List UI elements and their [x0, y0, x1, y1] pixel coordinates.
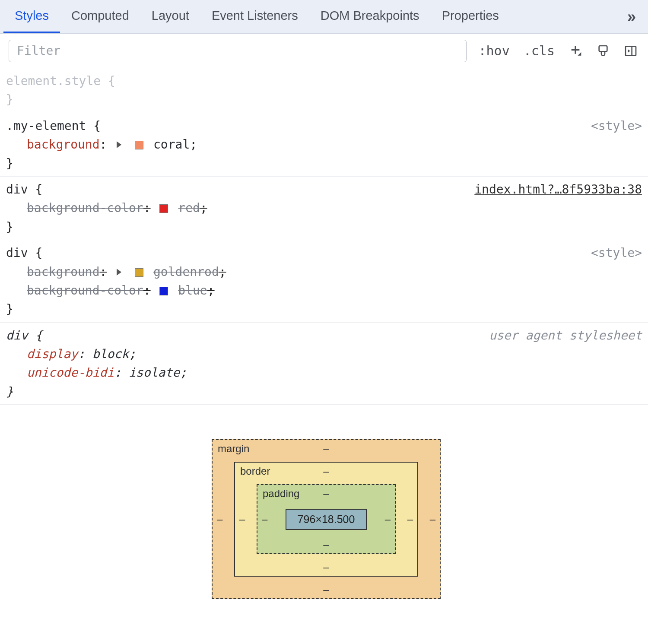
- rule-my-element[interactable]: <style> .my-element { background: coral;…: [0, 113, 648, 177]
- declaration[interactable]: background-color: red;: [6, 199, 642, 217]
- margin-right[interactable]: –: [430, 513, 435, 525]
- box-model-diagram: margin – – – – border – – – – padding – …: [0, 405, 648, 644]
- svg-marker-5: [628, 49, 630, 53]
- property-name: display: [27, 347, 78, 361]
- declaration[interactable]: background: coral;: [6, 135, 642, 154]
- hov-button[interactable]: :hov: [477, 43, 511, 58]
- margin-bottom[interactable]: –: [323, 584, 329, 596]
- rule-div-red[interactable]: index.html?…8f5933ba:38 div { background…: [0, 177, 648, 240]
- padding-label: padding: [263, 488, 299, 500]
- property-value[interactable]: coral: [153, 137, 190, 152]
- rule-selector[interactable]: element.style: [6, 74, 101, 88]
- padding-right[interactable]: –: [385, 513, 391, 525]
- property-name: unicode-bidi: [27, 365, 114, 380]
- box-model-border[interactable]: border – – – – padding – – – – 796×18.50…: [234, 462, 418, 577]
- property-name[interactable]: background-color: [27, 283, 143, 298]
- margin-top[interactable]: –: [323, 443, 329, 455]
- tab-properties[interactable]: Properties: [431, 0, 510, 33]
- style-rules: element.style { } <style> .my-element { …: [0, 68, 648, 405]
- rule-user-agent: user agent stylesheet div { display: blo…: [0, 323, 648, 405]
- border-label: border: [240, 465, 270, 477]
- rule-selector: div: [6, 328, 28, 343]
- color-swatch[interactable]: [159, 287, 168, 295]
- box-model-margin[interactable]: margin – – – – border – – – – padding – …: [212, 439, 441, 599]
- property-name[interactable]: background-color: [27, 201, 143, 215]
- property-name[interactable]: background: [27, 265, 100, 279]
- rule-div-goldenrod[interactable]: <style> div { background: goldenrod; bac…: [0, 240, 648, 323]
- rule-selector[interactable]: div: [6, 182, 28, 197]
- expand-shorthand-icon[interactable]: [117, 269, 121, 276]
- property-value: isolate: [129, 365, 180, 380]
- border-left[interactable]: –: [239, 513, 245, 525]
- tab-styles[interactable]: Styles: [3, 0, 60, 33]
- rule-element-style[interactable]: element.style { }: [0, 68, 648, 113]
- rule-source-link[interactable]: index.html?…8f5933ba:38: [474, 180, 642, 199]
- rule-selector[interactable]: div: [6, 246, 28, 260]
- box-model-padding[interactable]: padding – – – – 796×18.500: [257, 484, 396, 554]
- rule-source: user agent stylesheet: [489, 326, 642, 345]
- filter-input[interactable]: [9, 40, 467, 62]
- border-top[interactable]: –: [323, 465, 329, 477]
- color-swatch[interactable]: [135, 141, 143, 149]
- color-swatch[interactable]: [159, 204, 168, 213]
- property-name[interactable]: background: [27, 137, 100, 152]
- styles-toolbar: :hov .cls: [0, 34, 648, 68]
- declaration[interactable]: background: goldenrod;: [6, 263, 642, 281]
- tab-computed[interactable]: Computed: [60, 0, 140, 33]
- cls-button[interactable]: .cls: [522, 43, 556, 58]
- declaration: display: block;: [6, 345, 642, 363]
- box-model-content[interactable]: 796×18.500: [286, 509, 367, 530]
- tab-event-listeners[interactable]: Event Listeners: [200, 0, 309, 33]
- svg-rect-3: [626, 46, 636, 55]
- padding-bottom[interactable]: –: [323, 539, 329, 551]
- rule-source: <style>: [591, 117, 642, 135]
- padding-left[interactable]: –: [262, 513, 267, 525]
- property-value[interactable]: goldenrod: [153, 265, 219, 279]
- property-value[interactable]: red: [178, 201, 200, 215]
- border-right[interactable]: –: [407, 513, 413, 525]
- color-swatch[interactable]: [135, 268, 143, 277]
- padding-top[interactable]: –: [323, 488, 329, 500]
- expand-shorthand-icon[interactable]: [117, 141, 121, 148]
- rule-source: <style>: [591, 244, 642, 262]
- declaration[interactable]: background-color: blue;: [6, 281, 642, 300]
- toggle-sidebar-icon[interactable]: [622, 42, 639, 60]
- styles-tabbar: Styles Computed Layout Event Listeners D…: [0, 0, 648, 34]
- margin-left[interactable]: –: [217, 513, 222, 525]
- property-value: block: [92, 347, 129, 361]
- svg-rect-2: [599, 46, 607, 51]
- margin-label: margin: [218, 443, 249, 455]
- tabs-overflow-icon[interactable]: »: [619, 8, 645, 26]
- declaration: unicode-bidi: isolate;: [6, 363, 642, 382]
- tab-dom-breakpoints[interactable]: DOM Breakpoints: [309, 0, 431, 33]
- property-value[interactable]: blue: [178, 283, 207, 298]
- border-bottom[interactable]: –: [323, 561, 329, 573]
- paint-bucket-icon[interactable]: [594, 42, 612, 60]
- new-style-rule-icon[interactable]: [567, 42, 584, 60]
- tab-layout[interactable]: Layout: [140, 0, 200, 33]
- rule-selector[interactable]: .my-element: [6, 119, 86, 133]
